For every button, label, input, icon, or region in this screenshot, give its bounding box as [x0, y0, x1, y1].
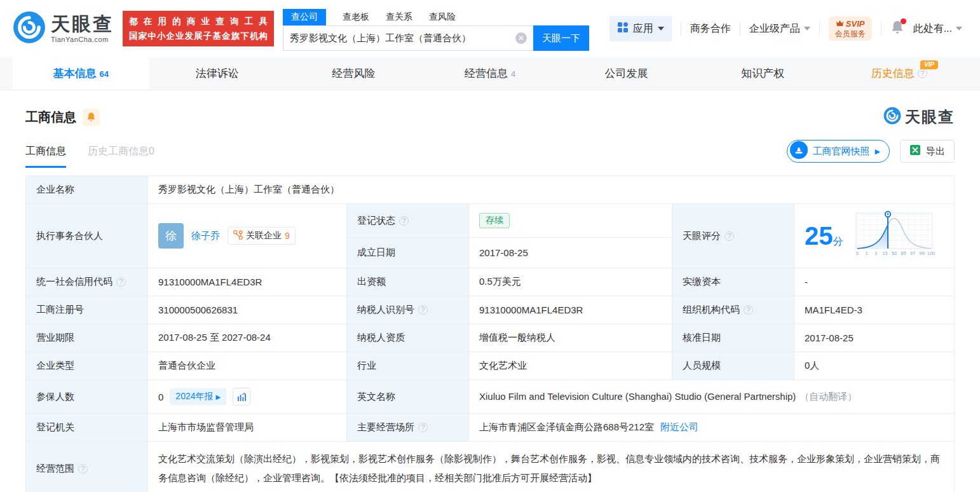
promo-banner: 都在用的商业查询工具 国家中小企业发展子基金旗下机构	[123, 11, 274, 46]
company-name-label: 企业名称	[26, 176, 148, 204]
logo-domain: TianYanCha.com	[51, 36, 114, 43]
approval-date-label: 核准日期	[672, 324, 794, 352]
business-scope-label: 经营范围?	[26, 442, 148, 492]
taxpayer-quality-label: 纳税人资质	[347, 324, 469, 352]
related-count: 9	[285, 231, 290, 241]
table-row: 工商注册号 310000500626831 纳税人识别号? 91310000MA…	[26, 296, 955, 324]
approval-date-value: 2017-08-25	[794, 324, 955, 352]
related-companies-badge[interactable]: 关联企业 9	[228, 227, 296, 245]
bell-icon	[86, 112, 96, 122]
taxpayer-quality-value: 增值税一般纳税人	[469, 324, 672, 352]
search-clear-icon[interactable]: ✕	[515, 32, 527, 44]
tianyancha-logo[interactable]: 天眼查 TianYanCha.com	[13, 11, 114, 46]
svip-member-button[interactable]: SVIP 会员服务	[829, 17, 872, 41]
contribution-label: 出资额	[347, 268, 469, 296]
page: 天眼查 TianYanCha.com 都在用的商业查询工具 国家中小企业发展子基…	[0, 0, 980, 492]
table-row: 经营范围? 文化艺术交流策划（除演出经纪），影视策划，影视艺术创作服务（除影视制…	[26, 442, 955, 492]
stamp-icon	[790, 141, 808, 161]
svg-text:85: 85	[901, 250, 906, 256]
business-cooperation-link[interactable]: 商务合作	[690, 22, 731, 36]
tab-operating-risk[interactable]: 经营风险	[285, 57, 422, 90]
search-box: ✕	[283, 25, 533, 51]
english-name-value: Xiuluo Film and Television Culture (Shan…	[469, 380, 955, 414]
svg-text:15: 15	[882, 250, 887, 256]
tab-legal-proceedings[interactable]: 法律诉讼	[149, 57, 286, 90]
logo-name: 天眼查	[51, 15, 114, 34]
business-site-value: 上海市青浦区金泽镇金商公路688号212室附近公司	[469, 414, 955, 442]
section-title: 工商信息	[25, 109, 76, 126]
promo-line2: 国家中小企业发展子基金旗下机构	[129, 31, 268, 42]
business-scope-value: 文化艺术交流策划（除演出经纪），影视策划，影视艺术创作服务（除影视制作），舞台艺…	[148, 442, 955, 492]
search-tab-risk[interactable]: 查风险	[429, 9, 456, 25]
tab-basic-info[interactable]: 基本信息 64	[13, 57, 149, 90]
insured-label: 参保人数	[26, 380, 148, 414]
chevron-down-icon	[658, 27, 664, 31]
insured-value: 0	[158, 392, 163, 402]
tab-label: 知识产权	[741, 66, 784, 81]
tab-count: 64	[100, 69, 109, 79]
search-input[interactable]	[290, 33, 515, 44]
notification-bell-button[interactable]	[890, 20, 904, 38]
apps-grid-icon	[617, 22, 629, 36]
subtab-business-info[interactable]: 工商信息	[25, 145, 66, 168]
divider	[881, 22, 881, 36]
enterprise-products-link[interactable]: 企业级产品	[749, 22, 810, 36]
managing-partner-label: 执行事务合伙人	[26, 204, 148, 268]
insured-trend-button[interactable]	[233, 388, 250, 406]
annual-report-label: 2024年报	[175, 391, 213, 402]
apps-menu-button[interactable]: 应用	[609, 16, 672, 41]
reg-status-label: 登记状态?	[347, 204, 469, 238]
credit-code-label: 统一社会信用代码?	[26, 268, 148, 296]
paid-capital-label: 实缴资本	[672, 268, 794, 296]
org-code-value: MA1FL4ED-3	[794, 296, 955, 324]
reg-number-value: 310000500626831	[148, 296, 347, 324]
divider	[819, 22, 820, 36]
divider	[681, 22, 681, 36]
search-tab-boss[interactable]: 查老板	[343, 9, 369, 25]
export-button[interactable]: 导出	[900, 140, 955, 163]
excel-icon	[909, 144, 921, 158]
search-tab-relation[interactable]: 查关系	[386, 9, 412, 25]
header: 天眼查 TianYanCha.com 都在用的商业查询工具 国家中小企业发展子基…	[0, 0, 980, 57]
english-name-label: 英文名称	[347, 380, 469, 414]
tab-intellectual-property[interactable]: 知识产权	[695, 57, 831, 90]
status-badge: 存续	[479, 213, 510, 228]
tab-label: 法律诉讼	[196, 66, 239, 81]
user-menu[interactable]: 此处有...	[913, 22, 962, 36]
tab-operating-info[interactable]: 经营信息 4	[422, 57, 559, 90]
question-icon: ?	[399, 216, 409, 226]
tab-label: 经营风险	[332, 66, 375, 81]
industry-label: 行业	[347, 352, 469, 380]
avatar[interactable]: 徐	[158, 223, 184, 249]
promo-line1: 都在用的商业查询工具	[129, 16, 268, 27]
table-row: 参保人数 0 2024年报 ▶	[26, 380, 955, 414]
tab-company-development[interactable]: 公司发展	[558, 57, 695, 90]
bar-chart-icon	[237, 392, 247, 402]
arrow-right-icon: ▶	[875, 147, 880, 156]
chevron-down-icon	[804, 27, 810, 31]
search-button[interactable]: 天眼一下	[533, 25, 589, 51]
svg-text:1: 1	[865, 250, 868, 256]
paid-capital-value: -	[794, 268, 955, 296]
score-cell: 25分	[794, 204, 955, 268]
company-type-label: 企业类型	[26, 352, 148, 380]
managing-partner-cell: 徐 徐子乔 关联企业	[148, 204, 347, 268]
question-icon: ?	[918, 69, 927, 78]
partner-name-link[interactable]: 徐子乔	[191, 230, 220, 242]
tab-history-info[interactable]: VIP 历史信息 ?	[831, 57, 967, 90]
tab-label: 经营信息	[465, 66, 508, 81]
svip-label: SVIP	[846, 19, 865, 29]
credit-code-value: 91310000MA1FL4ED3R	[148, 268, 347, 296]
reg-number-label: 工商注册号	[26, 296, 148, 324]
watermark-label: 天眼查	[905, 107, 955, 127]
annual-report-badge[interactable]: 2024年报 ▶	[170, 388, 226, 405]
search-tab-company[interactable]: 查公司	[283, 9, 326, 25]
official-snapshot-button[interactable]: 工商官网快照 ▶	[787, 140, 890, 163]
subtab-history-business-info[interactable]: 历史工商信息0	[88, 145, 154, 168]
subscribe-bell-button[interactable]	[83, 109, 100, 126]
business-scope-text: 文化艺术交流策划（除演出经纪），影视策划，影视艺术创作服务（除影视制作），舞台艺…	[158, 449, 944, 488]
taxpayer-id-value: 91310000MA1FL4ED3R	[469, 296, 672, 324]
nearby-companies-link[interactable]: 附近公司	[660, 421, 698, 432]
export-label: 导出	[926, 146, 945, 158]
business-site-text: 上海市青浦区金泽镇金商公路688号212室	[479, 421, 654, 432]
